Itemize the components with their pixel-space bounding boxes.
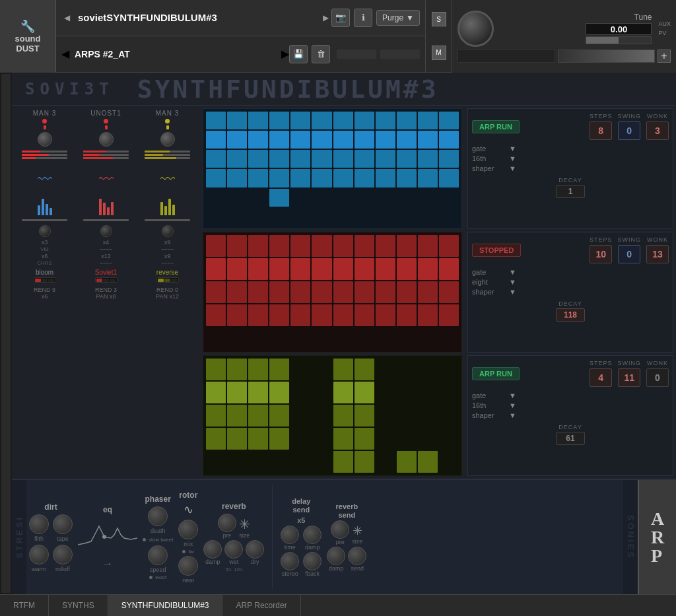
voice-1-knob-2[interactable] [39,225,51,237]
swing-1[interactable]: 0 [618,121,640,140]
purge-arrow-icon: ▼ [406,13,414,22]
shaper-dropdown-1[interactable]: ▼ [509,164,516,172]
camera-icon-btn[interactable]: 📷 [331,9,350,27]
voice-1-knob-1[interactable] [38,132,52,147]
decay-value-2[interactable]: 118 [556,308,585,322]
delay-damp-knob[interactable] [303,526,321,544]
dust-label: DUST [16,44,39,53]
phaser-death-knob[interactable] [148,506,168,526]
steps-2[interactable]: 10 [590,245,612,263]
arp-block-1: ARP RUN STEPS 8 SWING [467,108,673,229]
16th-dropdown-1[interactable]: ▼ [509,154,516,162]
decay-label-1: DECAY [472,177,669,184]
arp-run-btn-1[interactable]: ARP RUN [472,120,520,133]
seq-grid-red[interactable] [203,232,462,353]
voice-col-1: MAN 3 〰 [15,108,75,476]
seq-grid-blue[interactable] [203,108,462,229]
delay-time-knob[interactable] [281,526,299,544]
wonk-1[interactable]: 3 [646,121,669,140]
steps-3[interactable]: 4 [590,368,612,387]
arp-block-3: ARP RUN STEPS 4 SWING [467,355,673,476]
voice-3-knob-2[interactable] [162,225,174,237]
gate-dropdown-2[interactable]: ▼ [509,268,516,276]
synth-title: SYNTHFUNDIBULUM#3 [137,75,439,104]
revsend-damp-knob[interactable] [327,547,345,565]
dirt-label: dirt [44,502,57,512]
fx-delay-send-group: delaysend x5 time damp [281,497,321,576]
arp-block-2: STOPPED STEPS 10 SWING [467,232,673,353]
fx-dirt-group: dirt filth tape [29,502,73,572]
rotor-near-knob[interactable] [178,556,198,576]
arp-save-icon-btn[interactable]: 💾 [289,45,308,63]
revsend-send-knob[interactable] [348,547,366,565]
decay-value-1[interactable]: 1 [556,185,585,198]
voice-3-name: MAN 3 [156,110,180,117]
voice-1-dot [42,119,47,123]
tab-rtfm[interactable]: RTFM [0,595,49,616]
rotor-mix-knob[interactable] [178,520,198,539]
reverb-dry-knob[interactable] [246,540,264,559]
eq-arrow: → [102,558,113,570]
sound-label: sound [15,34,41,44]
phaser-label: phaser [145,495,171,504]
aux-label: AUX [658,20,671,27]
dirt-filth-knob[interactable] [29,514,49,534]
shaper-dropdown-2[interactable]: ▼ [509,288,516,296]
swing-3[interactable]: 11 [618,368,640,387]
preset-arrow-right[interactable]: ▶ [323,13,329,22]
voice-1-level-indicator [44,125,46,129]
tab-arp-recorder[interactable]: ARP Recorder [222,595,300,616]
voice-1-bloom: bloom [36,269,53,276]
purge-btn[interactable]: Purge ▼ [376,10,420,26]
reverb-wet-knob[interactable] [224,540,243,559]
tab-synths[interactable]: SYNTHS [49,595,108,616]
delay-fback-knob[interactable] [303,552,321,570]
reverb-pre-knob[interactable] [218,514,236,532]
delay-send-label: delaysend [292,497,310,513]
tune-knob[interactable] [457,11,494,47]
voice-2-knob-1[interactable] [99,132,114,147]
steps-1[interactable]: 8 [590,121,612,140]
dirt-warm-knob[interactable] [29,545,49,565]
arp-delete-icon-btn[interactable]: 🗑 [312,45,330,63]
revsend-pre-knob[interactable] [331,520,349,539]
plus-btn[interactable]: + [658,50,671,63]
arp-arrow-right[interactable]: ▶ [281,48,289,60]
wrench-icon: 🔧 [20,19,35,34]
16th-dropdown-3[interactable]: ▼ [509,401,516,409]
arp-arrow-left[interactable]: ◀ [61,48,69,60]
shaper-dropdown-3[interactable]: ▼ [509,411,516,419]
sonies-label: SONIES [623,480,638,594]
wonk-2[interactable]: 13 [646,245,669,263]
preset-arrow-left[interactable]: ◀ [64,13,70,22]
voice-2-name: UNOST1 [90,110,121,117]
swing-2[interactable]: 0 [618,245,640,263]
seq-grid-olive[interactable] [203,355,462,476]
decay-value-3[interactable]: 61 [556,432,585,445]
info-icon-btn[interactable]: ℹ [354,9,372,27]
fx-eq-group: eq → [78,505,137,570]
tab-synthfundibulum[interactable]: SYNTHFUNDIBULUM#3 [108,595,223,616]
reverb-damp-knob[interactable] [203,540,222,559]
voice-2-knob-2[interactable] [100,225,112,237]
voice-1-name: MAN 3 [33,110,57,117]
gate-dropdown-1[interactable]: ▼ [509,145,516,153]
voice-2-mult: PAN x8 [96,293,116,300]
arp-button[interactable]: ARP [638,480,676,594]
m-button[interactable]: M [432,46,446,60]
s-button[interactable]: S [432,12,446,26]
phaser-speed-knob[interactable] [148,545,168,565]
eight-dropdown-2[interactable]: ▼ [509,278,516,286]
gate-dropdown-3[interactable]: ▼ [509,392,516,399]
delay-stereo-knob[interactable] [281,552,299,570]
wonk-3[interactable]: 0 [646,368,669,387]
svg-point-0 [102,535,106,539]
dirt-rolloff-knob[interactable] [53,545,73,565]
voice-col-3: MAN 3 〰 [137,108,197,476]
sound-dust-logo: 🔧 sound DUST [0,0,56,73]
dirt-tape-knob[interactable] [53,514,73,534]
voice-3-knob-1[interactable] [160,132,175,147]
arp-run-btn-3[interactable]: ARP RUN [472,367,520,380]
fx-section: STRESI dirt filth tape [12,479,676,594]
stopped-btn-2[interactable]: STOPPED [472,244,521,257]
